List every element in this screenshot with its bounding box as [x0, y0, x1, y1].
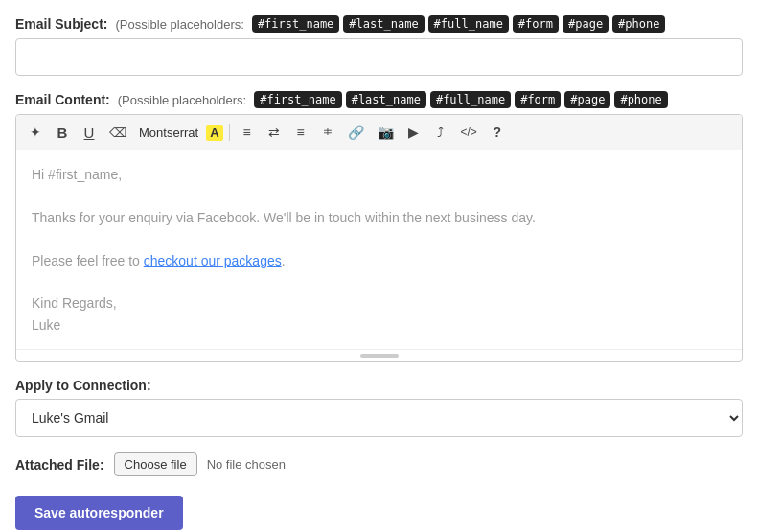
content-badge-last-name: #last_name: [346, 91, 426, 108]
connection-section-label: Apply to Connection:: [15, 378, 743, 393]
ordered-list-button[interactable]: ⇄: [263, 121, 286, 144]
body-line-3-suffix: .: [282, 253, 286, 268]
highlight-button[interactable]: A: [206, 125, 222, 141]
body-line-5: Luke: [32, 314, 726, 335]
video-button[interactable]: ▶: [402, 121, 425, 144]
badge-last-name: #last_name: [343, 15, 424, 33]
checkout-link[interactable]: checkout our packages: [144, 253, 282, 268]
font-name: Montserrat: [135, 124, 202, 142]
attached-file-row: Attached File: Choose file No file chose…: [15, 452, 743, 476]
badge-first-name: #first_name: [252, 15, 339, 33]
align-button[interactable]: ≡: [289, 121, 312, 144]
link-button[interactable]: 🔗: [343, 121, 369, 144]
editor-content-area[interactable]: Hi #first_name, Thanks for your enquiry …: [16, 150, 742, 349]
underline-button[interactable]: U: [78, 121, 101, 144]
body-line-4: Kind Regards,: [32, 292, 726, 313]
choose-file-button[interactable]: Choose file: [114, 452, 197, 476]
eraser-button[interactable]: ⌫: [104, 121, 131, 144]
image-button[interactable]: 📷: [373, 121, 399, 144]
connection-select[interactable]: Luke's Gmail: [15, 399, 743, 437]
content-badge-first-name: #first_name: [254, 91, 341, 108]
code-button[interactable]: </>: [456, 121, 482, 144]
rich-text-editor[interactable]: ✦ B U ⌫ Montserrat A ≡ ⇄ ≡ ⧧ 🔗 📷 ▶ ⤴ </>…: [15, 114, 743, 362]
email-subject-hint: (Possible placeholders:: [115, 17, 243, 32]
badge-phone: #phone: [612, 15, 665, 33]
unordered-list-button[interactable]: ≡: [236, 121, 259, 144]
bold-button[interactable]: B: [51, 121, 74, 144]
email-subject-label-row: Email Subject: (Possible placeholders: #…: [15, 15, 743, 33]
save-autoresponder-button[interactable]: Save autoresponder: [15, 496, 183, 530]
no-file-chosen-text: No file chosen: [207, 457, 286, 472]
email-subject-label: Email Subject:: [15, 16, 107, 32]
divider-1: [229, 124, 230, 141]
table-button[interactable]: ⧧: [316, 121, 339, 144]
fullscreen-button[interactable]: ⤴: [429, 121, 452, 144]
magic-button[interactable]: ✦: [24, 121, 47, 144]
email-content-hint: (Possible placeholders:: [118, 93, 246, 107]
content-badge-full-name: #full_name: [430, 91, 511, 108]
editor-toolbar: ✦ B U ⌫ Montserrat A ≡ ⇄ ≡ ⧧ 🔗 📷 ▶ ⤴ </>…: [16, 115, 742, 150]
badge-form: #form: [513, 15, 559, 33]
body-line-1: Hi #first_name,: [32, 164, 726, 185]
body-line-2: Thanks for your enquiry via Facebook. We…: [32, 207, 726, 228]
help-button[interactable]: ?: [486, 121, 509, 144]
badge-full-name: #full_name: [428, 15, 509, 33]
body-line-3: Please feel free to checkout our package…: [32, 250, 726, 271]
body-line-3-prefix: Please feel free to: [32, 253, 144, 268]
email-subject-input[interactable]: Thanks for your enquiry: [15, 38, 743, 76]
email-content-label-row: Email Content: (Possible placeholders: #…: [15, 91, 743, 108]
badge-page: #page: [563, 15, 609, 33]
email-content-label: Email Content:: [15, 92, 110, 107]
content-badge-form: #form: [515, 91, 561, 108]
scroll-indicator: [360, 354, 399, 358]
editor-scrollbar: [16, 349, 742, 361]
attached-file-label: Attached File:: [15, 457, 104, 473]
content-badge-phone: #phone: [614, 91, 667, 108]
content-badge-page: #page: [564, 91, 610, 108]
